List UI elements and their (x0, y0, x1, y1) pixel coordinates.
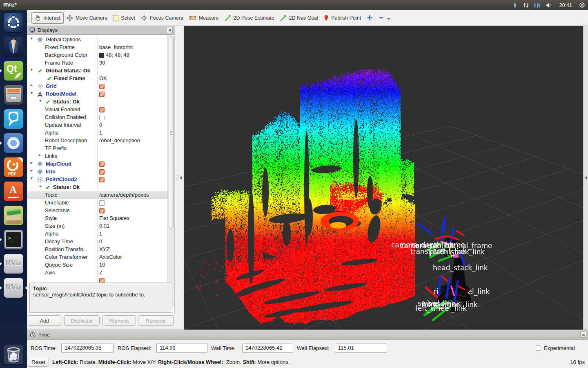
row-value[interactable]: 30 (99, 60, 105, 66)
tree-row-tf-prefix[interactable]: TF Prefix (27, 145, 167, 153)
tree-row-global-options[interactable]: ▾Global Options (27, 36, 167, 44)
remove-button[interactable]: Remove (102, 315, 136, 326)
tree-row-selectable[interactable]: Selectable (27, 207, 167, 215)
pinyin-icon[interactable] (534, 2, 540, 9)
tree-row-decay-time[interactable]: Decay Time0 (27, 238, 167, 246)
checkbox-unchecked[interactable] (99, 115, 105, 120)
launcher-rviz-1-icon[interactable]: RViz (4, 254, 23, 274)
row-value[interactable]: OK (99, 75, 107, 81)
checkbox-checked[interactable] (99, 107, 105, 112)
tool-focus-camera[interactable]: Focus Camera (138, 12, 186, 24)
row-value[interactable]: base_footprint (99, 44, 133, 50)
tool-minus-icon[interactable] (376, 12, 393, 24)
clock[interactable]: 20:41 (559, 2, 572, 8)
input-method-icon[interactable] (512, 2, 517, 9)
tree-row-frame-rate[interactable]: Frame Rate30 (27, 59, 167, 67)
reset-button[interactable]: Reset (28, 358, 49, 367)
tree-row-robotmodel[interactable]: ▾RobotModel (27, 90, 167, 98)
displays-scrollbar[interactable] (167, 35, 174, 306)
checkbox-checked[interactable] (99, 84, 105, 89)
updown-arrows-icon[interactable] (523, 2, 528, 9)
speaker-icon[interactable] (546, 2, 552, 9)
tree-row-style[interactable]: StyleFlat Squares (27, 215, 167, 222)
expander-closed-icon[interactable]: ▸ (39, 153, 41, 157)
right-collapse-strip[interactable] (583, 26, 588, 330)
expander-open-icon[interactable]: ▾ (31, 176, 33, 180)
displays-close-button[interactable] (167, 27, 173, 33)
panel-splitter[interactable] (175, 26, 184, 330)
wall-time-field[interactable]: 1470228065.42 (242, 343, 293, 353)
3d-viewport[interactable] (184, 26, 583, 330)
tree-row-pointcloud2[interactable]: ▾PointCloud2 (27, 176, 167, 184)
row-value[interactable]: 1 (99, 231, 102, 237)
tool-2d-nav-goal[interactable]: 2D Nav Goal (277, 12, 321, 24)
launcher-qt-creator-icon[interactable]: Qt (4, 61, 23, 81)
row-value[interactable]: XYZ (99, 246, 109, 252)
expander-closed-icon[interactable]: ▸ (40, 184, 42, 188)
tree-row-unreliable[interactable]: Unreliable (27, 199, 167, 207)
row-value[interactable]: AxisColor (99, 254, 122, 260)
launcher-trash-icon[interactable] (4, 345, 23, 364)
checkbox-checked[interactable] (99, 162, 105, 167)
launcher-chromium-browser-icon[interactable] (4, 133, 23, 153)
tool-interact[interactable]: Interact (31, 12, 64, 24)
expander-closed-icon[interactable]: ▸ (31, 160, 33, 165)
tree-row-size-m-[interactable]: Size (m)0.01 (27, 222, 167, 230)
tree-row-robot-description[interactable]: Robot Descriptionrobot_description (27, 137, 167, 145)
rename-button[interactable]: Rename (138, 315, 174, 326)
launcher-chat-app-icon[interactable] (4, 109, 23, 129)
checkbox-checked[interactable] (99, 92, 105, 97)
tree-row-fixed-frame[interactable]: Fixed Framebase_footprint (27, 44, 167, 52)
collapse-left-handle[interactable] (175, 171, 183, 185)
ros-elapsed-field[interactable]: 114.99 (156, 343, 207, 353)
time-panel-header[interactable]: Time (27, 330, 588, 340)
time-close-button[interactable] (580, 332, 586, 338)
launcher-books-app-icon[interactable] (4, 206, 23, 225)
expander-open-icon[interactable]: ▾ (31, 90, 33, 95)
tool-plus-icon[interactable] (364, 12, 376, 24)
checkbox-checked[interactable] (99, 208, 105, 213)
tree-row-status-ok[interactable]: ▸✔Status: Ok (27, 184, 167, 191)
row-value[interactable]: 48; 48; 48 (99, 52, 129, 58)
row-value[interactable]: /camera/depth/points (99, 192, 149, 198)
expander-closed-icon[interactable]: ▸ (31, 168, 33, 173)
tree-row-alpha[interactable]: Alpha1 (27, 129, 167, 137)
tree-row-info[interactable]: ▸Info (27, 168, 167, 176)
tree-row-queue-size[interactable]: Queue Size10 (27, 261, 167, 269)
tree-row-topic[interactable]: Topic/camera/depth/points (27, 191, 167, 199)
launcher-shield-app-icon[interactable] (4, 37, 23, 56)
tool-select[interactable]: Select (110, 12, 138, 24)
row-value[interactable]: 0 (99, 238, 102, 245)
tool-2d-pose-estimate[interactable]: 2D Pose Estimate (222, 12, 277, 24)
tool-publish-point[interactable]: Publish Point (321, 12, 364, 24)
expander-closed-icon[interactable]: ▸ (31, 83, 33, 87)
ros-time-field[interactable]: 1470228065.35 (61, 343, 114, 353)
tree-row-collision-enabled[interactable]: Collision Enabled (27, 114, 167, 121)
row-value[interactable]: 1 (99, 130, 102, 136)
checkbox-checked[interactable] (99, 169, 105, 175)
add-button[interactable]: Add (28, 315, 61, 326)
tree-row-grid[interactable]: ▸Grid (27, 83, 167, 90)
displays-panel-header[interactable]: Displays (27, 26, 174, 35)
tool-move-camera[interactable]: Move Camera (64, 12, 111, 24)
launcher-reader-app-icon[interactable]: A (4, 182, 23, 201)
tree-row-alpha[interactable]: Alpha1 (27, 230, 167, 238)
experimental-checkbox[interactable] (536, 346, 541, 351)
tree-row-visual-enabled[interactable]: Visual Enabled (27, 106, 167, 114)
tree-row-update-interval[interactable]: Update Interval0 (27, 121, 167, 129)
tree-row-position-transfo-[interactable]: Position Transfo...XYZ (27, 246, 167, 254)
toolbar-handle[interactable] (28, 13, 31, 22)
launcher-ubuntu-dash-icon[interactable] (4, 13, 23, 32)
duplicate-button[interactable]: Duplicate (64, 315, 100, 326)
tree-row-axis[interactable]: AxisZ (27, 269, 167, 277)
expander-open-icon[interactable]: ▾ (31, 36, 33, 40)
tree-row-status-ok[interactable]: ▸✔Status: Ok (27, 98, 167, 106)
row-value[interactable]: robot_description (99, 137, 140, 144)
tree-row-background-color[interactable]: Background Color48; 48; 48 (27, 52, 167, 59)
wall-elapsed-field[interactable]: 115.01 (335, 343, 387, 353)
row-value[interactable]: Flat Squares (99, 215, 129, 221)
row-value[interactable]: 10 (99, 262, 105, 268)
row-value[interactable]: 0 (99, 122, 102, 128)
tree-row-fixed-frame[interactable]: ✔Fixed FrameOK (27, 75, 167, 83)
launcher-rviz-2-icon[interactable]: RViz (4, 278, 23, 298)
